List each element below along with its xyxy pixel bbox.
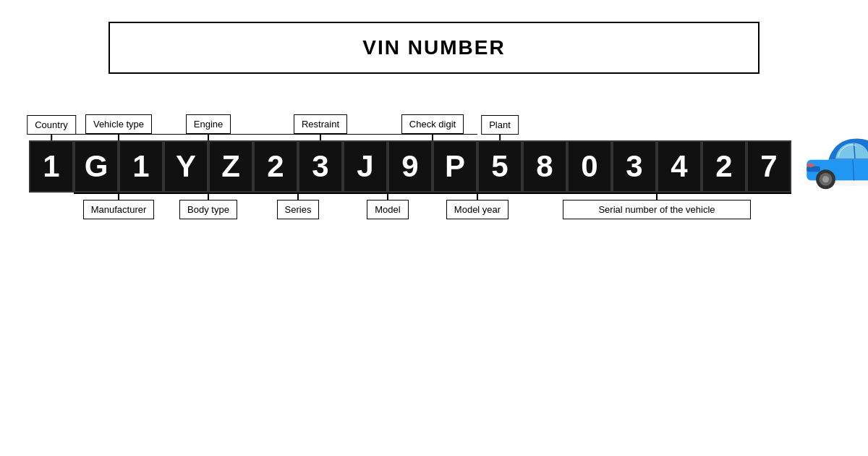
vin-digit-9: P (433, 140, 477, 193)
vin-digit-11: 8 (522, 140, 567, 193)
top-label-3: Restraint (253, 114, 388, 141)
vin-digit-10: 5 (477, 140, 522, 193)
diagram-wrapper: CountryVehicle typeEngineRestraintCheck … (29, 103, 839, 232)
vin-digit-13: 3 (612, 140, 657, 193)
bottom-labels-row: ManufacturerBody typeSeriesModelModel ye… (29, 193, 791, 232)
vin-digit-6: 3 (298, 140, 343, 193)
top-label-box-0: Country (27, 115, 76, 135)
top-label-2: Engine (163, 114, 253, 141)
top-label-box-1: Vehicle type (85, 114, 152, 134)
vin-digit-14: 4 (657, 140, 702, 193)
bracket-line-3 (343, 193, 433, 194)
svg-point-10 (822, 176, 829, 182)
top-label-box-2: Engine (186, 114, 231, 134)
car-area (799, 121, 868, 193)
vin-digit-5: 2 (253, 140, 298, 193)
top-label-1: Vehicle type (74, 114, 163, 141)
car-icon (799, 121, 868, 193)
bottom-label-box-3: Model (367, 200, 408, 219)
bracket-line-1 (163, 193, 253, 194)
bracket-line-5 (522, 193, 791, 194)
vin-digit-4: Z (208, 140, 253, 193)
top-label-5: Plant (481, 115, 519, 140)
top-label-4: Check digit (388, 114, 477, 141)
vin-digit-1: G (74, 140, 119, 193)
diagram-left: CountryVehicle typeEngineRestraintCheck … (29, 103, 791, 232)
bracket-line-2 (253, 193, 343, 194)
vin-digit-7: J (343, 140, 388, 193)
bottom-label-2: Series (253, 193, 343, 219)
bottom-label-box-0: Manufacturer (83, 200, 155, 219)
top-label-box-4: Check digit (401, 114, 464, 134)
vin-digit-2: 1 (119, 140, 163, 193)
vin-digit-8: 9 (388, 140, 433, 193)
vin-digit-12: 0 (567, 140, 612, 193)
top-label-box-3: Restraint (294, 114, 347, 134)
vin-digit-16: 7 (746, 140, 791, 193)
top-labels-row: CountryVehicle typeEngineRestraintCheck … (29, 103, 791, 140)
vin-row: 1G1YZ23J9P5803427 (29, 140, 791, 193)
bottom-label-box-2: Series (277, 200, 320, 219)
svg-point-7 (807, 163, 814, 167)
bottom-label-box-5: Serial number of the vehicle (563, 200, 751, 219)
top-label-box-5: Plant (481, 115, 519, 135)
bracket-line-0 (74, 193, 163, 194)
bottom-label-box-1: Body type (179, 200, 237, 219)
vin-digit-15: 2 (702, 140, 746, 193)
bottom-label-5: Serial number of the vehicle (522, 193, 791, 219)
bottom-label-box-4: Model year (446, 200, 509, 219)
title-box: VIN NUMBER (109, 22, 760, 74)
page-title: VIN NUMBER (110, 36, 758, 59)
bottom-label-4: Model year (433, 193, 522, 219)
top-label-0: Country (27, 115, 76, 140)
bottom-label-3: Model (343, 193, 433, 219)
bracket-line-4 (433, 193, 522, 194)
vin-digit-3: Y (163, 140, 208, 193)
bottom-label-1: Body type (163, 193, 253, 219)
vin-digit-0: 1 (29, 140, 74, 193)
bottom-label-0: Manufacturer (74, 193, 163, 219)
